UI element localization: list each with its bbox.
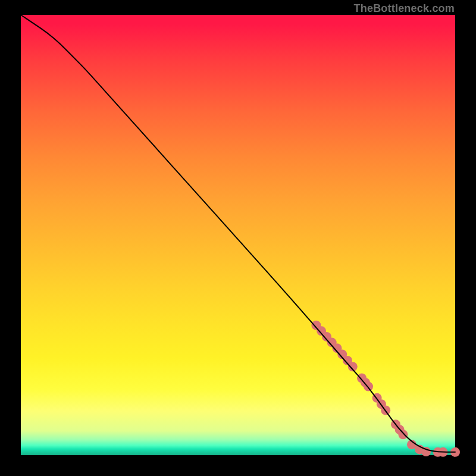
attribution-text: TheBottleneck.com bbox=[354, 2, 455, 15]
chart-stage: TheBottleneck.com bbox=[0, 0, 476, 476]
plot-area bbox=[21, 15, 455, 455]
curve-svg bbox=[21, 15, 455, 455]
marker-dot bbox=[398, 430, 408, 439]
curve-line bbox=[21, 15, 455, 452]
marker-group bbox=[311, 321, 460, 457]
